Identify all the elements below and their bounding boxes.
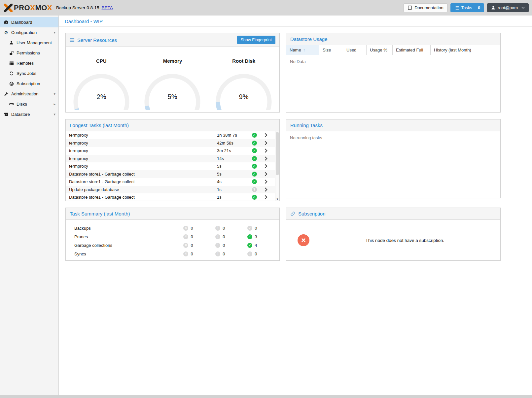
sidebar-item-dashboard[interactable]: Dashboard [0,17,58,27]
summary-count: 0 [191,226,193,231]
chevron-down-icon[interactable]: ▾ [53,30,55,35]
check-circle-icon: ✓ [247,251,252,256]
summary-warning-cell: !0 [215,251,247,256]
sidebar-item-sync-jobs[interactable]: Sync Jobs [0,68,58,79]
beta-link[interactable]: BETA [102,5,113,10]
server-resources-panel: Server Resources Show Fingerprint CPU2% … [65,33,280,113]
check-circle-icon: ✓ [252,141,257,146]
task-row[interactable]: termproxy5s✓ [66,162,275,170]
longest-tasks-panel: Longest Tasks (last Month) termproxy1h 3… [65,119,280,201]
task-name: termproxy [66,156,217,161]
dashboard-content: Server Resources Show Fingerprint CPU2% … [59,27,532,261]
chevron-down-icon[interactable]: ▾ [53,92,55,96]
sidebar-item-user-management[interactable]: User Management [0,38,58,48]
summary-row: Syncs×0!0✓0 [66,249,279,258]
task-name: termproxy [66,133,217,138]
chevron-right-icon[interactable] [260,156,272,161]
chevron-right-icon[interactable] [260,180,272,184]
panel-title: Longest Tasks (last Month) [70,122,129,128]
sidebar-item-permissions[interactable]: Permissions [0,48,58,58]
sidebar: Dashboard⚙Configuration▾User ManagementP… [0,16,59,395]
task-row[interactable]: Datastore store1 - Garbage collect5s✓ [66,170,275,178]
task-row[interactable]: Datastore store1 - Garbage collect1s✓ [66,193,275,201]
summary-row: Garbage collections×0!0✓4 [66,241,279,249]
panel-title: Server Resources [77,37,117,43]
chevron-down-icon[interactable]: ▾ [53,112,55,116]
summary-ok-cell: ✓0 [247,226,279,231]
chevron-right-icon[interactable] [260,141,272,145]
task-row[interactable]: Update package database1s? [66,186,275,194]
datastore-icon [3,112,9,117]
summary-count: 0 [255,251,257,256]
sidebar-item-label: Sync Jobs [17,71,36,76]
sidebar-item-configuration[interactable]: ⚙Configuration▾ [0,27,58,38]
sidebar-item-datastore[interactable]: Datastore▾ [0,109,58,119]
tasks-count-badge: 0 [478,5,480,10]
chevron-right-icon[interactable]: ▸ [53,102,55,106]
summary-label: Garbage collections [74,243,183,248]
datastore-table-header: Name ↑ Size Used Usage % Estimated Full … [286,45,500,55]
tachometer-icon [3,20,9,24]
subscription-message: This node does not have a subscription. [309,238,500,243]
panel-title: Task Summary (last Month) [70,211,130,216]
column-header-name[interactable]: Name ↑ [286,45,319,55]
chevron-right-icon[interactable] [260,133,272,137]
bottom-bar [0,395,532,398]
sidebar-item-label: Configuration [11,30,37,35]
column-header-size[interactable]: Size [319,45,343,55]
sidebar-item-administration[interactable]: Administration▾ [0,89,58,99]
task-duration: 1s [217,195,249,200]
chevron-right-icon[interactable] [260,187,272,192]
chevron-right-icon[interactable] [260,172,272,176]
sidebar-item-label: Administration [11,91,38,96]
check-circle-icon: ✓ [247,234,252,239]
chevron-right-icon[interactable] [260,149,272,153]
task-row[interactable]: termproxy1h 38m 7s✓ [66,131,275,139]
show-fingerprint-button[interactable]: Show Fingerprint [237,36,276,44]
task-row[interactable]: termproxy14s✓ [66,155,275,163]
task-row[interactable]: termproxy42m 58s✓ [66,139,275,147]
summary-count: 4 [255,243,257,248]
summary-ok-cell: ✓0 [247,251,279,256]
task-name: Datastore store1 - Garbage collect [66,195,217,200]
summary-ok-cell: ✓3 [247,234,279,239]
column-header-estimated-full[interactable]: Estimated Full [393,45,431,55]
check-circle-icon: ✓ [252,156,257,161]
memory-gauge: Memory5% [138,53,207,112]
scrollbar-down-arrow-icon[interactable]: ▾ [275,197,279,201]
column-header-history[interactable]: History (last Month) [431,45,500,55]
summary-count: 3 [255,234,257,239]
svg-text:9%: 9% [239,93,249,100]
gauge-title: Root Disk [232,58,255,64]
task-name: Update package database [66,187,217,192]
column-header-used[interactable]: Used [343,45,367,55]
page-title: Dashboard - WIP [59,16,532,27]
documentation-button[interactable]: Documentation [404,3,447,12]
exclamation-circle-icon: ! [215,226,220,231]
chevron-right-icon[interactable] [260,195,272,199]
task-duration: 4s [217,179,249,184]
times-circle-icon: × [183,234,188,239]
check-circle-icon: ✓ [252,133,257,138]
sidebar-item-disks[interactable]: Disks▸ [0,99,58,109]
summary-error-cell: ×0 [183,243,215,248]
sidebar-item-subscription[interactable]: Subscription [0,79,58,89]
task-row[interactable]: termproxy3m 21s✓ [66,147,275,155]
proxmox-logo: PROXMOX [4,4,52,12]
scrollbar-thumb[interactable] [276,132,279,175]
datastore-usage-header: Datastore Usage [286,33,500,45]
task-row[interactable]: Datastore store1 - Garbage collect4s✓ [66,178,275,186]
tasks-button[interactable]: Tasks 0 [450,3,484,12]
summary-warning-cell: !0 [215,234,247,239]
svg-text:2%: 2% [96,93,106,100]
sidebar-item-remotes[interactable]: Remotes [0,58,58,68]
longest-tasks-scrollbar[interactable]: ▾ [275,131,279,201]
check-circle-icon: ✓ [247,243,252,248]
task-name: Datastore store1 - Garbage collect [66,179,217,184]
user-menu-button[interactable]: root@pam [487,3,529,12]
exclamation-circle-icon: ! [215,243,220,248]
check-circle-icon: ✓ [252,195,257,200]
no-data-text: No Data [286,55,500,68]
chevron-right-icon[interactable] [260,164,272,168]
column-header-usage-pct[interactable]: Usage % [367,45,393,55]
